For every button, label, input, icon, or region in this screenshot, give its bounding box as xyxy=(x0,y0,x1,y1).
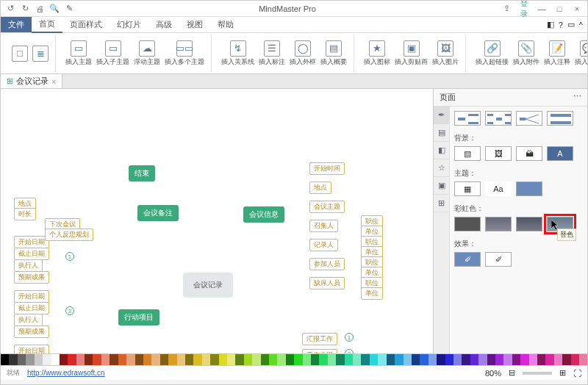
maximize-button[interactable]: □ xyxy=(553,4,565,13)
color-swatch[interactable] xyxy=(101,354,110,365)
leaf-node[interactable]: 记录人 xyxy=(309,239,338,251)
color-swatch[interactable] xyxy=(311,354,319,365)
file-menu[interactable]: 文件 xyxy=(1,17,32,32)
tab-help[interactable]: 帮助 xyxy=(210,17,241,32)
color-swatch[interactable] xyxy=(85,354,93,365)
ribbon-button[interactable]: ▣插入剪贴画 xyxy=(392,40,430,67)
leaf-node[interactable]: 汇报工作 xyxy=(302,333,337,345)
leaf-node[interactable]: 会议主题 xyxy=(309,201,345,213)
effect-option[interactable]: ✐ xyxy=(454,252,481,267)
topic-node[interactable]: 会议备注 xyxy=(137,205,179,221)
color-swatch[interactable] xyxy=(168,354,176,365)
color-swatch[interactable] xyxy=(336,354,344,365)
color-swatch[interactable] xyxy=(420,354,428,365)
sidetab-theme-icon[interactable]: ◧ xyxy=(434,142,449,159)
color-swatch[interactable] xyxy=(43,354,51,365)
ribbon-button[interactable]: ☁浮动主题 xyxy=(132,40,162,67)
color-swatch[interactable] xyxy=(378,354,386,365)
color-swatch[interactable] xyxy=(571,354,579,365)
bg-option[interactable]: ▧ xyxy=(454,146,481,161)
canvas[interactable]: 会议记录 结束会议备注行动项目建议讨论会议信息会议日程开始日期截止日期执行人预期… xyxy=(1,89,433,353)
color-swatch[interactable] xyxy=(93,354,101,365)
leaf-node[interactable]: 地点 xyxy=(309,181,331,194)
color-swatch[interactable] xyxy=(143,354,151,365)
color-swatch[interactable] xyxy=(244,354,252,365)
color-swatch[interactable] xyxy=(193,354,201,365)
panel-menu-icon[interactable]: ⋯ xyxy=(573,92,581,103)
color-swatch[interactable] xyxy=(26,354,34,365)
close-button[interactable]: × xyxy=(571,4,583,13)
color-swatch[interactable] xyxy=(328,354,336,365)
leaf-node[interactable]: 开始日期 xyxy=(14,290,49,303)
color-swatch[interactable] xyxy=(18,354,26,365)
leaf-node[interactable]: 单位 xyxy=(361,287,383,300)
collapse-ribbon-icon[interactable]: ^ xyxy=(579,21,583,29)
ribbon-button[interactable]: ◯插入外框 xyxy=(287,40,318,67)
color-swatch[interactable] xyxy=(286,354,294,365)
leaf-node[interactable]: 截止日期 xyxy=(14,302,49,314)
share-icon[interactable]: ⇪ xyxy=(501,4,512,13)
layout-option[interactable] xyxy=(485,111,512,126)
topic-node[interactable]: 会议信息 xyxy=(243,206,284,223)
tab-advanced[interactable]: 高级 xyxy=(148,17,179,32)
ribbon-button[interactable]: ▭▭插入多个主题 xyxy=(162,40,207,67)
color-swatch[interactable] xyxy=(135,354,143,365)
ribbon-button[interactable]: ★插入图标 xyxy=(362,40,392,67)
color-swatch[interactable] xyxy=(437,354,445,365)
color-swatch[interactable] xyxy=(512,354,520,365)
color-swatch[interactable] xyxy=(76,354,85,365)
color-swatch[interactable] xyxy=(177,354,185,365)
layout-option[interactable] xyxy=(454,111,481,126)
color-swatch[interactable] xyxy=(35,354,43,365)
color-swatch[interactable] xyxy=(462,354,470,365)
help-icon[interactable]: ? xyxy=(559,21,563,29)
color-swatch[interactable] xyxy=(370,354,378,365)
color-swatch[interactable] xyxy=(252,354,260,365)
sidetab-layout-icon[interactable]: ▤ xyxy=(434,124,449,142)
theme-option[interactable] xyxy=(516,181,542,196)
theme-option[interactable]: ▦ xyxy=(454,181,481,196)
tab-view[interactable]: 视图 xyxy=(179,17,210,32)
leaf-node[interactable]: 开始时间 xyxy=(309,162,345,175)
undo-icon[interactable]: ↺ xyxy=(5,4,15,14)
sidetab-clipart-icon[interactable]: ▣ xyxy=(434,177,449,195)
color-swatch[interactable] xyxy=(387,354,395,365)
color-swatch[interactable] xyxy=(126,354,135,365)
theme-font-option[interactable]: Aa xyxy=(485,181,512,196)
leaf-node[interactable]: 执行人 xyxy=(14,259,43,272)
layout-option[interactable] xyxy=(516,111,542,126)
ribbon-button[interactable]: □ xyxy=(10,46,30,62)
leaf-node[interactable]: 截止日期 xyxy=(14,248,49,260)
color-swatch[interactable] xyxy=(562,354,570,365)
color-swatch[interactable] xyxy=(478,354,487,365)
color-swatch[interactable] xyxy=(151,354,159,365)
leaf-node[interactable]: 开始日期 xyxy=(14,236,49,248)
window-icon[interactable]: ▭ xyxy=(567,20,575,29)
color-swatch[interactable] xyxy=(579,354,587,365)
edit-icon[interactable]: ✎ xyxy=(64,4,74,14)
doc-close[interactable]: × xyxy=(51,77,56,86)
color-swatch[interactable] xyxy=(68,354,76,365)
color-swatch[interactable] xyxy=(395,354,403,365)
ribbon-button[interactable]: ≣ xyxy=(30,46,51,62)
color-swatch[interactable] xyxy=(361,354,369,365)
color-swatch[interactable] xyxy=(110,354,118,365)
ribbon-button[interactable]: ▭插入子主题 xyxy=(94,40,132,67)
color-swatch[interactable] xyxy=(487,354,495,365)
color-swatch[interactable] xyxy=(520,354,528,365)
minimize-button[interactable]: — xyxy=(536,4,548,13)
leaf-node[interactable]: 缺席人员 xyxy=(309,277,345,289)
color-swatch[interactable] xyxy=(185,354,193,365)
tab-pagestyle[interactable]: 页面样式 xyxy=(62,17,110,32)
leaf-node[interactable]: 参加人员 xyxy=(309,258,345,270)
color-swatch[interactable] xyxy=(453,354,462,365)
zoom-out-icon[interactable]: ⊟ xyxy=(509,368,515,378)
topic-node[interactable]: 结束 xyxy=(129,165,155,181)
color-swatch[interactable] xyxy=(277,354,285,365)
color-swatch[interactable] xyxy=(118,354,126,365)
ribbon-button[interactable]: ▤插入概要 xyxy=(318,40,349,67)
color-swatch[interactable] xyxy=(294,354,302,365)
color-swatch[interactable] xyxy=(529,354,537,365)
color-swatch[interactable] xyxy=(537,354,545,365)
color-swatch[interactable] xyxy=(545,354,553,365)
